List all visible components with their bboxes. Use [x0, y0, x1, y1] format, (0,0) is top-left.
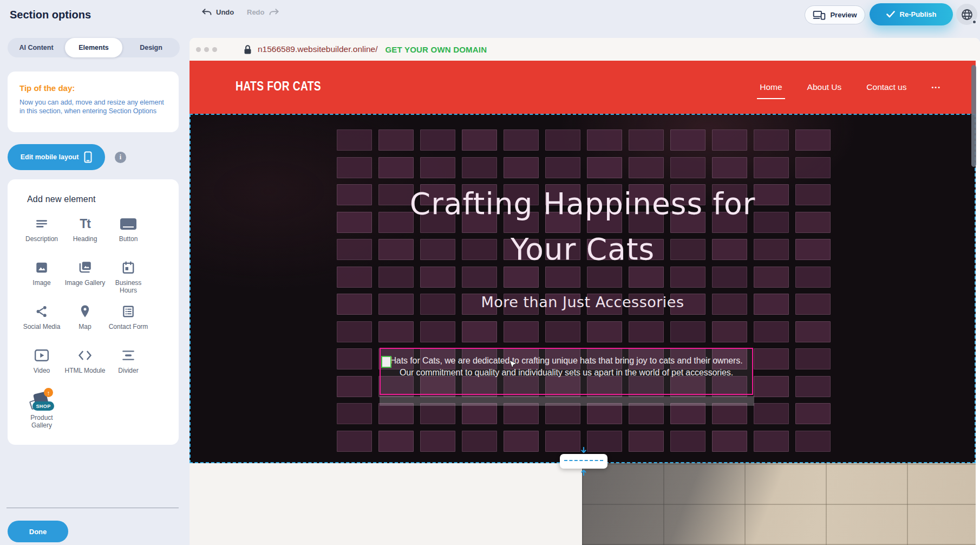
page-title: Section options	[10, 9, 91, 21]
nav-about-us[interactable]: About Us	[807, 82, 842, 92]
app-root: Section options AI Content Elements Desi…	[0, 0, 980, 545]
map-icon	[79, 303, 92, 320]
sidebar-divider	[6, 508, 179, 508]
selected-text-element[interactable]: Hats for Cats, we are dedicated to craft…	[380, 348, 753, 395]
arrow-up-icon	[580, 469, 587, 476]
check-icon	[886, 11, 895, 18]
nav-contact-us[interactable]: Contact us	[866, 82, 906, 92]
element-item-contact-form[interactable]: Contact Form	[107, 303, 150, 347]
element-highlight-strip	[380, 396, 754, 406]
tab-ai-content[interactable]: AI Content	[8, 38, 65, 57]
preview-button[interactable]: Preview	[805, 5, 865, 24]
element-item-video[interactable]: Video	[20, 347, 63, 391]
arrow-down-icon	[580, 447, 587, 454]
tab-elements[interactable]: Elements	[65, 38, 122, 57]
element-item-button[interactable]: Button	[107, 215, 150, 259]
site-header: HATS FOR CATS Home About Us Contact us •…	[190, 61, 976, 114]
scrollbar-thumb[interactable]	[971, 65, 976, 167]
info-icon[interactable]: i	[115, 152, 126, 163]
element-item-image-gallery[interactable]: Image Gallery	[63, 259, 107, 303]
nav-home[interactable]: Home	[760, 82, 782, 92]
element-item-map[interactable]: Map	[63, 303, 107, 347]
nav-more-icon[interactable]: •••	[931, 84, 941, 90]
element-item-social-media[interactable]: Social Media	[20, 303, 63, 347]
add-element-title: Add new element	[27, 194, 96, 204]
edit-mobile-label: Edit mobile layout	[21, 153, 79, 161]
hero-heading[interactable]: Crafting Happiness for Your Cats	[398, 181, 767, 272]
undo-button[interactable]: Undo	[201, 8, 234, 16]
image-gallery-icon	[77, 259, 93, 276]
next-section-background	[190, 463, 582, 545]
done-button[interactable]: Done	[8, 521, 68, 542]
globe-button[interactable]	[956, 4, 977, 25]
element-item-divider[interactable]: Divider	[107, 347, 150, 391]
element-item-business-hours[interactable]: Business Hours	[107, 259, 150, 303]
element-grid: Description Tt Heading Button Image	[20, 215, 150, 434]
heading-icon: Tt	[80, 215, 90, 232]
tip-of-the-day-card: Tip of the day: Now you can add, move an…	[8, 72, 179, 132]
sidebar: Section options AI Content Elements Desi…	[0, 0, 188, 545]
element-item-description[interactable]: Description	[20, 215, 63, 259]
element-item-heading[interactable]: Tt Heading	[63, 215, 107, 259]
get-domain-link[interactable]: GET YOUR OWN DOMAIN	[385, 45, 487, 54]
tip-title: Tip of the day:	[19, 83, 167, 93]
html-module-icon	[77, 347, 93, 364]
site-logo[interactable]: HATS FOR CATS	[236, 79, 321, 94]
globe-icon	[961, 8, 974, 21]
section-resize-handle[interactable]	[560, 454, 607, 469]
element-item-html-module[interactable]: HTML Module	[63, 347, 107, 391]
social-media-icon	[35, 303, 49, 320]
undo-icon	[201, 8, 212, 16]
element-item-image[interactable]: Image	[20, 259, 63, 303]
status-dot	[972, 20, 977, 24]
browser-chrome: n1566589.websitebuilder.online/ GET YOUR…	[190, 38, 980, 61]
redo-button[interactable]: Redo	[247, 8, 279, 16]
panel-tabs: AI Content Elements Design	[8, 38, 180, 57]
business-hours-icon	[121, 259, 135, 276]
resize-dash-line	[564, 460, 603, 461]
product-gallery-icon: ↑ SHOP	[29, 391, 54, 411]
url-text[interactable]: n1566589.websitebuilder.online/	[258, 44, 377, 54]
divider-icon	[121, 347, 135, 364]
edit-mobile-layout-button[interactable]: Edit mobile layout	[8, 144, 105, 170]
floor-photo	[582, 463, 976, 545]
add-element-panel: Add new element Description Tt Heading B…	[8, 179, 179, 445]
element-item-product-gallery[interactable]: ↑ SHOP Product Gallery	[20, 391, 63, 434]
video-icon	[34, 347, 49, 364]
shop-badge: SHOP	[32, 401, 54, 411]
image-icon	[35, 259, 49, 276]
republish-button[interactable]: Re-Publish	[870, 3, 953, 25]
hero-section-selected[interactable]: Crafting Happiness for Your Cats More th…	[190, 114, 976, 463]
phone-icon	[84, 151, 92, 163]
hero-subheading[interactable]: More than Just Accessories	[191, 294, 975, 310]
hero-paragraph[interactable]: Hats for Cats, we are dedicated to craft…	[381, 349, 752, 378]
tip-body: Now you can add, move and resize any ele…	[19, 98, 167, 115]
mouse-cursor	[509, 360, 517, 373]
tab-design[interactable]: Design	[122, 38, 180, 57]
redo-icon	[269, 8, 279, 16]
window-controls	[196, 47, 217, 52]
drag-handle[interactable]	[381, 356, 391, 368]
browser-preview: n1566589.websitebuilder.online/ GET YOUR…	[190, 38, 980, 545]
upgrade-arrow-icon: ↑	[44, 388, 53, 397]
devices-icon	[813, 10, 826, 20]
lock-icon	[243, 44, 252, 55]
contact-form-icon	[121, 303, 135, 320]
site-nav: Home About Us Contact us •••	[760, 61, 976, 114]
description-icon	[35, 215, 49, 232]
button-icon	[120, 215, 136, 232]
